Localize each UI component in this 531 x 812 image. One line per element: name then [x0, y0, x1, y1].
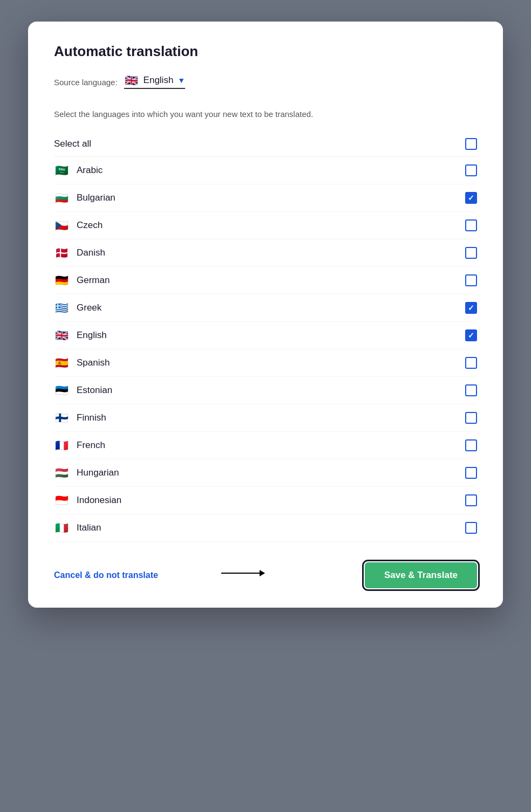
flag-icon-bg: 🇧🇬: [54, 192, 69, 203]
language-item-el: 🇬🇷Greek: [54, 294, 477, 322]
language-item-ar: 🇸🇦Arabic: [54, 157, 477, 184]
language-name-es: Spanish: [77, 357, 465, 368]
language-name-fi: Finnish: [77, 412, 465, 423]
language-item-fi: 🇫🇮Finnish: [54, 404, 477, 432]
checkbox-fi[interactable]: [465, 412, 477, 424]
flag-icon-cs: 🇨🇿: [54, 220, 69, 231]
checkbox-it[interactable]: [465, 522, 477, 534]
checkbox-en[interactable]: [465, 329, 477, 341]
flag-icon-en: 🇬🇧: [54, 330, 69, 341]
language-item-fr: 🇫🇷French: [54, 432, 477, 459]
language-item-bg: 🇧🇬Bulgarian: [54, 184, 477, 212]
language-name-da: Danish: [77, 247, 465, 258]
language-name-hu: Hungarian: [77, 467, 465, 478]
language-name-en: English: [77, 330, 465, 341]
select-all-checkbox[interactable]: [465, 138, 477, 150]
translation-modal: Automatic translation Source language: 🇬…: [28, 22, 503, 608]
language-name-et: Estonian: [77, 385, 465, 396]
flag-icon-id: 🇮🇩: [54, 495, 69, 506]
language-name-cs: Czech: [77, 220, 465, 231]
language-name-de: German: [77, 275, 465, 286]
language-name-bg: Bulgarian: [77, 192, 465, 203]
flag-icon-fr: 🇫🇷: [54, 440, 69, 451]
cancel-button[interactable]: Cancel & do not translate: [54, 570, 158, 580]
english-flag-icon: 🇬🇧: [124, 75, 139, 86]
language-item-hu: 🇭🇺Hungarian: [54, 459, 477, 487]
flag-icon-it: 🇮🇹: [54, 522, 69, 533]
language-name-it: Italian: [77, 522, 465, 533]
flag-icon-el: 🇬🇷: [54, 302, 69, 313]
language-name-el: Greek: [77, 302, 465, 313]
source-language-value: English: [144, 75, 174, 86]
chevron-down-icon: ▼: [178, 76, 185, 85]
language-name-id: Indonesian: [77, 495, 465, 506]
language-item-cs: 🇨🇿Czech: [54, 212, 477, 239]
checkbox-cs[interactable]: [465, 219, 477, 231]
source-language-select[interactable]: 🇬🇧 English ▼: [124, 75, 186, 89]
language-item-de: 🇩🇪German: [54, 267, 477, 294]
checkbox-ar[interactable]: [465, 164, 477, 176]
checkbox-bg[interactable]: [465, 192, 477, 204]
language-list: 🇸🇦Arabic🇧🇬Bulgarian🇨🇿Czech🇩🇰Danish🇩🇪Germ…: [54, 157, 477, 542]
select-all-label: Select all: [54, 139, 91, 149]
source-language-row: Source language: 🇬🇧 English ▼: [54, 75, 477, 93]
language-item-es: 🇪🇸Spanish: [54, 349, 477, 377]
language-item-it: 🇮🇹Italian: [54, 514, 477, 542]
checkbox-et[interactable]: [465, 384, 477, 396]
language-name-ar: Arabic: [77, 165, 465, 176]
checkbox-fr[interactable]: [465, 439, 477, 451]
flag-icon-hu: 🇭🇺: [54, 467, 69, 478]
flag-icon-da: 🇩🇰: [54, 247, 69, 258]
modal-overlay: Automatic translation Source language: 🇬…: [28, 22, 503, 608]
save-translate-button[interactable]: Save & Translate: [365, 562, 477, 588]
language-item-en: 🇬🇧English: [54, 322, 477, 349]
flag-icon-fi: 🇫🇮: [54, 412, 69, 423]
instruction-text: Select the languages into which you want…: [54, 108, 477, 121]
flag-icon-de: 🇩🇪: [54, 275, 69, 286]
source-language-label: Source language:: [54, 78, 118, 87]
checkbox-de[interactable]: [465, 274, 477, 286]
modal-title: Automatic translation: [54, 43, 477, 60]
flag-icon-et: 🇪🇪: [54, 385, 69, 396]
language-name-fr: French: [77, 440, 465, 451]
checkbox-el[interactable]: [465, 302, 477, 314]
flag-icon-ar: 🇸🇦: [54, 165, 69, 176]
language-item-et: 🇪🇪Estonian: [54, 377, 477, 404]
arrow-line: [221, 573, 264, 574]
checkbox-id[interactable]: [465, 494, 477, 506]
select-all-row: Select all: [54, 132, 477, 157]
arrow-indicator: [221, 573, 264, 574]
checkbox-es[interactable]: [465, 357, 477, 369]
checkbox-hu[interactable]: [465, 467, 477, 479]
language-item-id: 🇮🇩Indonesian: [54, 487, 477, 514]
language-item-da: 🇩🇰Danish: [54, 239, 477, 267]
modal-footer: Cancel & do not translate Save & Transla…: [54, 558, 477, 588]
checkbox-da[interactable]: [465, 247, 477, 259]
flag-icon-es: 🇪🇸: [54, 357, 69, 368]
